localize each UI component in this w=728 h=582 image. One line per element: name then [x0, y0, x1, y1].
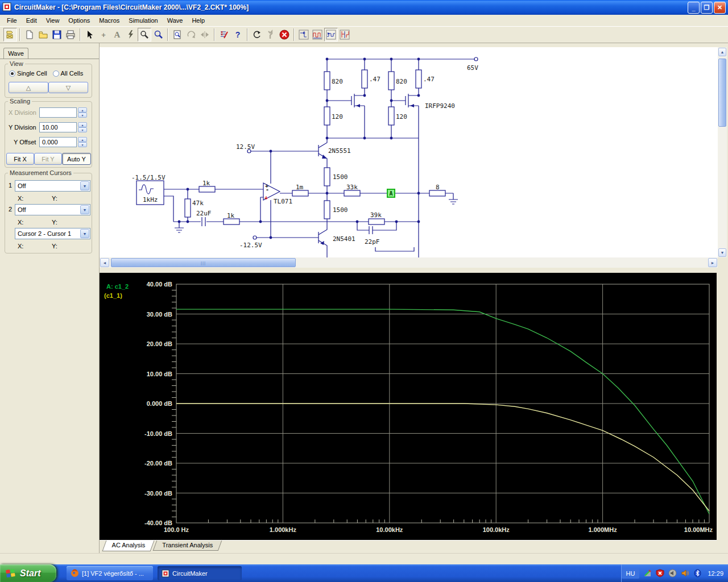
- probe-letter: A: [389, 190, 392, 197]
- y-division-spinner[interactable]: ▲▼: [78, 122, 87, 132]
- schematic-label: 820: [396, 78, 407, 85]
- scroll-up-icon[interactable]: ▲: [718, 48, 726, 56]
- step-button[interactable]: [297, 28, 311, 41]
- bluetooth-icon[interactable]: [693, 569, 702, 578]
- analysis-tab-bar: AC Analysis Transient Analysis: [100, 540, 717, 553]
- waveforms-c-button[interactable]: [338, 28, 351, 41]
- status-strip: [0, 553, 728, 564]
- chevron-down-icon[interactable]: ▼: [80, 181, 89, 190]
- x-division-spinner[interactable]: ▲▼: [78, 107, 87, 118]
- task-firefox[interactable]: [1] VF2 végerősítő - ...: [67, 566, 153, 580]
- scroll-left-icon[interactable]: ◄: [100, 258, 109, 267]
- new-file-button[interactable]: [23, 28, 36, 41]
- task-circuitmaker[interactable]: CircuitMaker: [158, 566, 242, 580]
- y-tick-label: 40.00 dB: [147, 281, 172, 288]
- close-button[interactable]: ✕: [714, 2, 726, 14]
- schematic-label: 39k: [370, 211, 382, 219]
- rotate-button[interactable]: [184, 28, 198, 41]
- preview-icon: [172, 30, 183, 40]
- probe-tool-button[interactable]: [138, 28, 151, 41]
- auto-y-button[interactable]: Auto Y: [62, 153, 91, 165]
- menu-item-wave[interactable]: Wave: [163, 15, 188, 26]
- horizontal-scrollbar[interactable]: ◄ ||| ►: [100, 257, 718, 268]
- curve-c1_1: [176, 404, 709, 511]
- y-tick-label: 0.000 dB: [147, 400, 172, 407]
- menu-item-simulation[interactable]: Simulation: [124, 15, 162, 26]
- print-preview-button[interactable]: [171, 28, 184, 41]
- menu-bar: FileEditViewOptionsMacrosSimulationWaveH…: [0, 15, 728, 26]
- scaling-legend: Scaling: [8, 98, 32, 105]
- waveforms-a-button[interactable]: [311, 28, 324, 41]
- delete-tool-button[interactable]: [124, 28, 138, 41]
- browse-parts-button[interactable]: [3, 28, 17, 41]
- cursor2-y-label: Y:: [52, 219, 57, 226]
- wrench-button[interactable]: [264, 28, 278, 41]
- schematic-label: -12.5V: [239, 242, 262, 249]
- scroll-down-icon[interactable]: ▼: [718, 248, 726, 257]
- v-scroll-thumb[interactable]: [718, 59, 726, 127]
- scaling-group: Scaling X Division ▲▼ Y Division 10.00 ▲…: [5, 101, 92, 168]
- diff-x-label: X:: [18, 243, 23, 250]
- app-icon: [2, 2, 11, 13]
- menu-item-view[interactable]: View: [42, 15, 64, 26]
- cursor1-select[interactable]: Off▼: [15, 180, 90, 192]
- speaker-muted-icon[interactable]: [668, 569, 677, 578]
- menu-item-options[interactable]: Options: [64, 15, 94, 26]
- vertical-scrollbar[interactable]: ▲ ▼: [718, 47, 727, 257]
- h-scroll-thumb[interactable]: |||: [111, 258, 296, 267]
- tab-wave[interactable]: Wave: [3, 48, 28, 59]
- schematic-canvas[interactable]: A 65V820.47820.47IRFP92401201202N555112.…: [100, 47, 718, 257]
- cell-up-button[interactable]: △: [9, 82, 48, 93]
- x-division-input[interactable]: [39, 107, 77, 118]
- menu-item-file[interactable]: File: [2, 15, 22, 26]
- probe-marker[interactable]: A: [387, 189, 395, 197]
- help-button[interactable]: ?: [231, 28, 245, 41]
- toolbar-separator: [19, 28, 20, 41]
- text-tool-button[interactable]: A: [110, 28, 124, 41]
- fit-y-button[interactable]: Fit Y: [34, 153, 62, 165]
- schematic-label: 120: [332, 113, 343, 120]
- y-offset-spinner[interactable]: ▲▼: [78, 137, 87, 147]
- ground-icon: [449, 199, 458, 204]
- y-offset-input[interactable]: 0.000: [39, 137, 77, 147]
- chevron-down-icon[interactable]: ▼: [80, 229, 89, 238]
- digital-options-button[interactable]: [217, 28, 231, 41]
- wire-tool-button[interactable]: +: [97, 28, 110, 41]
- tab-ac-analysis[interactable]: AC Analysis: [102, 541, 155, 551]
- menu-item-macros[interactable]: Macros: [94, 15, 124, 26]
- security-shield-icon[interactable]: [655, 569, 664, 578]
- zoom-tool-button[interactable]: [151, 28, 165, 41]
- scroll-right-icon[interactable]: ►: [708, 258, 717, 267]
- language-indicator[interactable]: HU: [622, 568, 640, 579]
- cursor-diff-select[interactable]: Cursor 2 - Cursor 1▼: [15, 228, 90, 239]
- cursor2-select[interactable]: Off▼: [15, 204, 90, 215]
- schematic-label: 12.5V: [236, 143, 255, 151]
- menu-item-help[interactable]: Help: [187, 15, 209, 26]
- single-cell-radio[interactable]: Single Cell: [9, 70, 47, 77]
- cell-down-button[interactable]: ▽: [48, 82, 88, 93]
- tab-transient-analysis[interactable]: Transient Analysis: [152, 541, 221, 551]
- chevron-down-icon[interactable]: ▼: [80, 205, 89, 214]
- menu-item-edit[interactable]: Edit: [22, 15, 42, 26]
- all-cells-radio[interactable]: All Cells: [53, 70, 83, 77]
- start-button[interactable]: Start: [0, 564, 56, 582]
- waveforms-b-button[interactable]: [324, 28, 338, 41]
- fit-x-button[interactable]: Fit X: [6, 153, 34, 165]
- analog-wave-icon: [325, 29, 337, 40]
- restore-button[interactable]: ❐: [701, 2, 713, 14]
- volume-icon[interactable]: [680, 569, 689, 578]
- mirror-button[interactable]: [198, 28, 212, 41]
- print-button[interactable]: [64, 28, 77, 41]
- minimize-button[interactable]: _: [688, 2, 700, 14]
- save-icon: [52, 30, 62, 40]
- diff-y-label: Y:: [52, 243, 57, 250]
- save-file-button[interactable]: [50, 28, 64, 41]
- open-file-button[interactable]: [36, 28, 50, 41]
- y-division-input[interactable]: 10.00: [39, 122, 77, 132]
- tablet-pen-icon[interactable]: [643, 569, 652, 578]
- stop-simulation-button[interactable]: [278, 28, 291, 41]
- arrow-tool-button[interactable]: [83, 28, 97, 41]
- waveform-plot[interactable]: 40.00 dB30.00 dB20.00 dB10.00 dB0.000 dB…: [100, 273, 717, 540]
- y-tick-label: -30.00 dB: [144, 490, 172, 497]
- reset-button[interactable]: [250, 28, 264, 41]
